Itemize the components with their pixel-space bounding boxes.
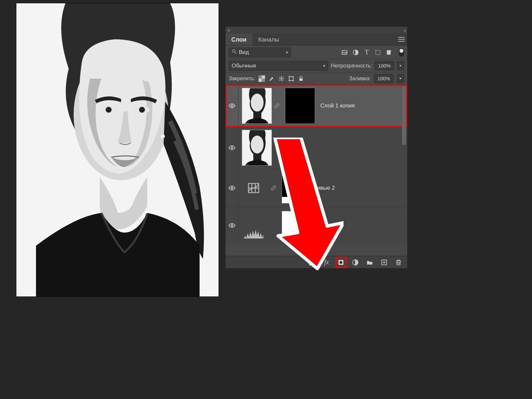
filter-smart-icon[interactable]: [386, 49, 392, 56]
filter-pixel-icon[interactable]: [341, 49, 348, 56]
search-icon: [232, 49, 237, 56]
group-icon[interactable]: [366, 259, 373, 266]
kind-filter-dropdown[interactable]: Вид ▾: [229, 48, 291, 57]
fill-chevron[interactable]: ▾: [397, 74, 404, 83]
fill-value[interactable]: 100%: [374, 74, 394, 83]
visibility-icon[interactable]: [225, 85, 239, 126]
filter-shape-icon[interactable]: [375, 49, 381, 56]
add-mask-icon[interactable]: [337, 259, 345, 266]
svg-point-31: [340, 261, 343, 264]
layer-row[interactable]: Уровни 1: [225, 207, 407, 243]
layer-mask-thumbnail[interactable]: [282, 172, 312, 203]
lock-transparency-icon[interactable]: [258, 75, 265, 82]
panel-menu-icon[interactable]: [398, 37, 405, 42]
opacity-chevron[interactable]: ▾: [397, 61, 404, 70]
svg-rect-11: [387, 50, 391, 54]
svg-point-27: [231, 187, 233, 189]
layer-row[interactable]: [225, 127, 407, 169]
layer-name[interactable]: Слой 1 копия: [320, 103, 355, 109]
tab-channels[interactable]: Каналы: [252, 34, 285, 45]
panel-tabs: Слои Каналы: [225, 34, 407, 46]
layers-panel: × ‹‹ Слои Каналы Вид ▾ T Обычные ▾: [225, 26, 408, 269]
layer-mask-thumbnail[interactable]: [282, 211, 312, 240]
layer-name[interactable]: ивые 2: [317, 185, 335, 191]
lock-row: Закрепить: Заливка: 100% ▾: [225, 72, 407, 85]
layers-list: Слой 1 копия ивые 2: [225, 85, 407, 256]
svg-rect-10: [376, 50, 380, 54]
layer-style-icon[interactable]: fx: [323, 259, 330, 266]
visibility-icon[interactable]: [225, 127, 239, 168]
svg-rect-15: [289, 77, 293, 81]
blend-mode-value: Обычные: [232, 63, 256, 69]
layer-row[interactable]: Слой 1 копия: [225, 85, 407, 127]
delete-icon[interactable]: [395, 259, 402, 266]
layer-thumbnail[interactable]: [242, 88, 272, 124]
opacity-value[interactable]: 100%: [375, 61, 394, 70]
filter-type-icon[interactable]: T: [364, 49, 370, 56]
scrollbar[interactable]: [402, 86, 406, 255]
visibility-icon[interactable]: [225, 169, 239, 207]
close-icon[interactable]: ×: [227, 28, 230, 33]
visibility-icon[interactable]: [225, 207, 239, 243]
blend-row: Обычные ▾ Непрозрачность: 100% ▾: [225, 59, 407, 72]
blend-mode-dropdown[interactable]: Обычные ▾: [229, 61, 328, 71]
svg-point-2: [106, 107, 112, 113]
portrait-image: [16, 3, 219, 296]
svg-point-26: [251, 135, 263, 153]
adjustment-layer-icon[interactable]: [352, 259, 359, 266]
layer-thumbnail[interactable]: [242, 130, 272, 166]
fill-label: Заливка:: [349, 76, 371, 82]
svg-point-5: [161, 134, 165, 138]
lock-artboard-icon[interactable]: [288, 75, 294, 82]
svg-point-29: [231, 224, 233, 226]
svg-point-23: [251, 93, 263, 111]
lock-pixels-icon[interactable]: [268, 75, 275, 82]
lock-all-icon[interactable]: [298, 75, 304, 82]
collapse-icon[interactable]: ‹‹: [404, 28, 405, 33]
svg-rect-20: [299, 78, 303, 81]
adjustment-icon[interactable]: [239, 212, 269, 238]
svg-rect-14: [262, 79, 265, 82]
filter-row: Вид ▾ T: [225, 46, 407, 59]
new-layer-icon[interactable]: [381, 259, 388, 266]
kind-filter-label: Вид: [239, 49, 249, 56]
panel-footer: fx: [225, 256, 407, 268]
svg-rect-13: [258, 75, 262, 79]
chevron-down-icon: ▾: [323, 64, 325, 68]
lock-position-icon[interactable]: [278, 75, 285, 82]
tab-layers[interactable]: Слои: [225, 34, 252, 45]
layer-mask-thumbnail[interactable]: [285, 88, 315, 124]
link-icon[interactable]: [269, 185, 278, 191]
filter-toggle[interactable]: [399, 48, 404, 57]
layer-row[interactable]: ивые 2: [225, 169, 407, 207]
link-icon[interactable]: [272, 103, 282, 108]
chevron-down-icon: ▾: [286, 50, 288, 55]
link-layers-icon[interactable]: [309, 259, 316, 266]
document-canvas[interactable]: [16, 3, 219, 296]
opacity-label: Непрозрачность:: [331, 63, 372, 69]
svg-point-24: [231, 147, 233, 149]
adjustment-icon[interactable]: [239, 181, 269, 195]
svg-point-6: [233, 50, 235, 52]
lock-label: Закрепить:: [229, 76, 255, 82]
svg-point-4: [139, 107, 145, 113]
filter-adjustment-icon[interactable]: [352, 49, 359, 56]
panel-topbar: × ‹‹: [225, 27, 407, 34]
svg-line-7: [235, 52, 236, 53]
svg-point-21: [231, 105, 233, 107]
layer-name[interactable]: Уровни 1: [317, 222, 340, 229]
